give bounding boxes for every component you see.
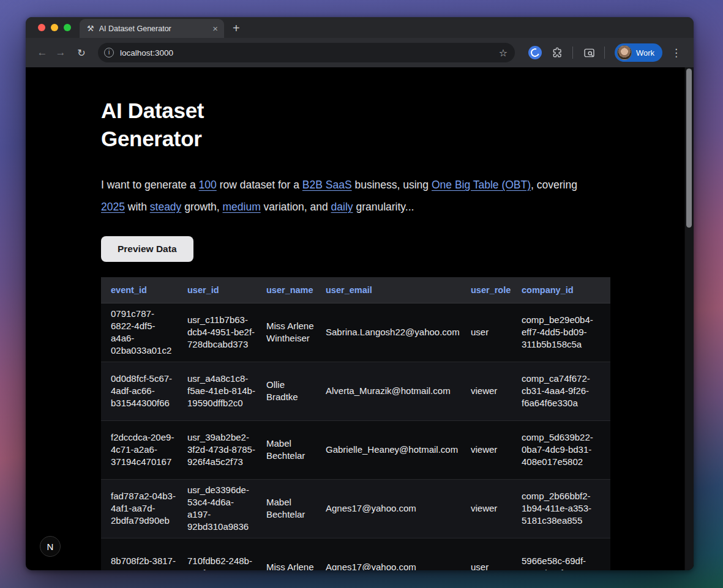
cell-company-id: comp_2b66bbf2-1b94-411e-a353-5181c38ea85… (512, 479, 610, 538)
extension-badge-icon[interactable] (528, 46, 542, 59)
back-icon[interactable]: ← (33, 47, 51, 59)
toolbar-divider (604, 47, 605, 59)
cell-user-role: viewer (461, 479, 512, 538)
cell-user-id: usr_c11b7b63-dcb4-4951-be2f-728dbcabd373 (178, 303, 257, 362)
cell-user-name: Mabel Bechtelar (257, 420, 316, 479)
dataset-table: event_id user_id user_name user_email us… (101, 277, 610, 570)
gauge-icon (530, 47, 541, 59)
url-text: localhost:3000 (120, 48, 499, 58)
cell-event-id: 0d0d8fcf-5c67-4adf-ac66-b31544300f66 (101, 362, 178, 420)
prompt-sentence: I want to generate a 100 row dataset for… (101, 174, 588, 218)
column-header-company-id: company_id (512, 277, 610, 303)
table-row: f2dccdca-20e9-4c71-a2a6-37194c470167 usr… (101, 420, 610, 479)
cell-user-role: viewer (461, 362, 512, 420)
cell-user-email: Alverta_Murazik@hotmail.com (316, 362, 461, 420)
side-panel-search-icon[interactable] (583, 47, 596, 59)
scrollbar-thumb[interactable] (686, 69, 692, 228)
cell-user-id: usr_39ab2be2-3f2d-473d-8785-926f4a5c2f73 (178, 420, 257, 479)
column-header-user-role: user_role (461, 277, 512, 303)
prompt-text: , covering (531, 179, 577, 191)
cell-user-id: usr_a4a8c1c8-f5ae-41eb-814b-19590dffb2c0 (178, 362, 257, 420)
cell-user-name: Mabel Bechtelar (257, 479, 316, 538)
cell-user-role: viewer (461, 420, 512, 479)
tab-favicon-tools-icon: ⚒ (87, 24, 94, 32)
site-info-icon[interactable]: i (104, 48, 114, 58)
reload-icon[interactable]: ↻ (72, 47, 91, 59)
business-type-link[interactable]: B2B SaaS (302, 179, 352, 191)
table-row: fad787a2-04b3-4af1-aa7d-2bdfa79d90eb usr… (101, 479, 610, 538)
close-window-button[interactable] (38, 24, 45, 31)
prompt-text: growth, (181, 201, 222, 213)
desktop-wallpaper: ⚒ AI Dataset Generator × + ← → ↻ i local… (0, 0, 723, 588)
forward-icon[interactable]: → (51, 47, 70, 59)
cell-event-id: fad787a2-04b3-4af1-aa7d-2bdfa79d90eb (101, 479, 178, 538)
table-row: 0d0d8fcf-5c67-4adf-ac66-b31544300f66 usr… (101, 362, 610, 420)
extensions-puzzle-icon[interactable] (552, 47, 564, 59)
prompt-text: with (125, 201, 150, 213)
prompt-text: I want to generate a (101, 179, 199, 191)
address-bar[interactable]: i localhost:3000 ☆ (98, 43, 515, 62)
growth-link[interactable]: steady (150, 201, 182, 213)
toolbar-divider (572, 47, 573, 59)
cell-event-id: 0791c787-6822-4df5-a4a6-02ba033a01c2 (101, 303, 178, 362)
prompt-text: granularity... (353, 201, 414, 213)
profile-avatar (617, 45, 632, 60)
prompt-text: business, using (352, 179, 432, 191)
table-header-row: event_id user_id user_name user_email us… (101, 277, 610, 303)
browser-menu-icon[interactable]: ⋮ (671, 47, 681, 59)
zoom-window-button[interactable] (64, 24, 71, 31)
browser-window: ⚒ AI Dataset Generator × + ← → ↻ i local… (26, 17, 694, 570)
page-scrollbar[interactable] (684, 67, 694, 570)
cell-user-email: Gabrielle_Heaney@hotmail.com (316, 420, 461, 479)
cell-user-id: 710fdb62-248b-4a4f- (178, 538, 257, 570)
table-row: 0791c787-6822-4df5-a4a6-02ba033a01c2 usr… (101, 303, 610, 362)
cell-company-id: comp_ca74f672-cb31-4aa4-9f26-f6a64f6e330… (512, 362, 610, 420)
rows-link[interactable]: 100 (199, 179, 217, 191)
granularity-link[interactable]: daily (331, 201, 353, 213)
variation-link[interactable]: medium (222, 201, 260, 213)
tab-close-icon[interactable]: × (212, 24, 218, 33)
nextjs-devtools-button[interactable]: N (40, 536, 61, 557)
profile-name: Work (636, 48, 654, 58)
cell-user-role: user (461, 538, 512, 570)
app-page: AI Dataset Generator I want to generate … (26, 97, 694, 570)
new-tab-button[interactable]: + (233, 21, 240, 35)
cell-company-id: comp_5d639b22-0ba7-4dc9-bd31-408e017e580… (512, 420, 610, 479)
column-header-event-id: event_id (101, 277, 178, 303)
profile-button[interactable]: Work (615, 43, 662, 62)
minimize-window-button[interactable] (51, 24, 58, 31)
page-title: AI Dataset Generator (101, 97, 285, 153)
cell-user-email: Agnes17@yahoo.com (316, 538, 461, 570)
bookmark-star-icon[interactable]: ☆ (499, 47, 508, 59)
cell-company-id: comp_be29e0b4-eff7-4dd5-bd09-311b5b158c5… (512, 303, 610, 362)
browser-tab-active[interactable]: ⚒ AI Dataset Generator × (80, 19, 224, 38)
cell-event-id: 8b708f2b-3817-4c5a- (101, 538, 178, 570)
column-header-user-email: user_email (316, 277, 461, 303)
cell-user-role: user (461, 303, 512, 362)
cell-user-email: Agnes17@yahoo.com (316, 479, 461, 538)
page-content: AI Dataset Generator I want to generate … (26, 67, 694, 570)
year-link[interactable]: 2025 (101, 201, 125, 213)
cell-event-id: f2dccdca-20e9-4c71-a2a6-37194c470167 (101, 420, 178, 479)
cell-user-id: usr_de3396de-53c4-4d6a-a197-92bd310a9836 (178, 479, 257, 538)
cell-user-email: Sabrina.Langosh22@yahoo.com (316, 303, 461, 362)
browser-toolbar: ← → ↻ i localhost:3000 ☆ Work ⋮ (26, 38, 694, 67)
preview-data-button[interactable]: Preview Data (101, 236, 193, 262)
cell-company-id: 5966e58c-69df-43a7-b47f (512, 538, 610, 570)
cell-user-name: Miss Arlene Wintheiser (257, 303, 316, 362)
tab-strip: ⚒ AI Dataset Generator × + (26, 17, 694, 38)
cell-user-name: Ollie Bradtke (257, 362, 316, 420)
table-row: 8b708f2b-3817-4c5a- 710fdb62-248b-4a4f- … (101, 538, 610, 570)
prompt-text: variation, and (261, 201, 331, 213)
column-header-user-id: user_id (178, 277, 257, 303)
cell-user-name: Miss Arlene (257, 538, 316, 570)
window-controls (26, 17, 80, 38)
column-header-user-name: user_name (257, 277, 316, 303)
schema-link[interactable]: One Big Table (OBT) (432, 179, 531, 191)
tab-title: AI Dataset Generator (99, 24, 208, 33)
nextjs-logo-icon: N (47, 541, 54, 552)
prompt-text: row dataset for a (217, 179, 302, 191)
